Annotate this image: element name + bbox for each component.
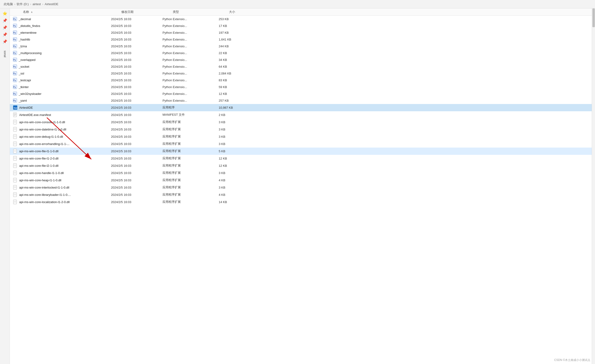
table-row[interactable]: Py _testcapi 2024/2/5 16:03 Python Exten… — [10, 77, 592, 84]
svg-rect-49 — [13, 149, 17, 153]
table-row[interactable]: Py _ssl 2024/2/5 16:03 Python Extensio..… — [10, 70, 592, 77]
table-row[interactable]: Py _decimal 2024/2/5 16:03 Python Extens… — [10, 16, 592, 22]
col-size-header[interactable]: 大小 — [229, 10, 271, 14]
scrollbar[interactable] — [592, 8, 595, 364]
file-size: 4 KB — [219, 178, 261, 182]
table-row[interactable]: Py _elementtree 2024/2/5 16:03 Python Ex… — [10, 29, 592, 36]
table-row[interactable]: Py _lzma 2024/2/5 16:03 Python Extensio.… — [10, 43, 592, 50]
file-size: 257 KB — [219, 99, 261, 102]
table-row[interactable]: api-ms-win-core-debug-l1-1-0.dll 2024/2/… — [10, 133, 592, 140]
pyd-icon: Py — [13, 37, 17, 42]
file-date: 2024/2/5 16:03 — [111, 17, 163, 21]
table-row[interactable]: Py _hashlib 2024/2/5 16:03 Python Extens… — [10, 36, 592, 43]
table-row[interactable]: Py _socket 2024/2/5 16:03 Python Extensi… — [10, 63, 592, 70]
table-row[interactable]: AirtestIDE.exe.manifest 2024/2/5 16:03 M… — [10, 111, 592, 119]
table-row[interactable]: Py _tkinter 2024/2/5 16:03 Python Extens… — [10, 84, 592, 90]
table-row[interactable]: Py _win32sysloader 2024/2/5 16:03 Python… — [10, 90, 592, 97]
svg-text:Py: Py — [13, 93, 16, 95]
breadcrumb-part-airtest[interactable]: airtest — [33, 2, 41, 6]
file-date: 2024/2/5 16:03 — [111, 157, 163, 160]
pin-icon-4[interactable]: 📌 — [2, 32, 7, 37]
table-row[interactable]: api-ms-win-core-file-l1-1-0.dll 2024/2/5… — [10, 148, 592, 155]
file-name: api-ms-win-core-console-l1-1-0.dll — [19, 120, 65, 124]
table-row[interactable]: api-ms-win-core-file-l2-1-0.dll 2024/2/5… — [10, 162, 592, 169]
table-row[interactable]: api-ms-win-core-handle-l1-1-0.dll 2024/2… — [10, 169, 592, 177]
file-name-cell: Py _ssl — [13, 71, 111, 76]
col-date-header[interactable]: 修改日期 — [121, 10, 173, 14]
breadcrumb-part-d[interactable]: 软件 (D:) — [17, 2, 28, 6]
file-name: _ssl — [19, 72, 24, 75]
table-row[interactable]: App AirtestIDE 2024/2/5 16:03 应用程序 10,98… — [10, 104, 592, 111]
pyd-icon: Py — [13, 91, 17, 96]
file-name: _yaml — [19, 99, 27, 102]
table-row[interactable]: api-ms-win-core-file-l1-2-0.dll 2024/2/5… — [10, 155, 592, 162]
file-size: 244 KB — [219, 44, 261, 48]
file-name: _testcapi — [19, 79, 31, 82]
table-row[interactable]: Py _multiprocessing 2024/2/5 16:03 Pytho… — [10, 50, 592, 57]
table-row[interactable]: api-ms-win-core-localization-l1-2-0.dll … — [10, 198, 592, 206]
file-date: 2024/2/5 16:03 — [111, 135, 163, 138]
file-size: 22 KB — [219, 51, 261, 55]
table-row[interactable]: Py _yaml 2024/2/5 16:03 Python Extensio.… — [10, 97, 592, 104]
pyd-icon: Py — [13, 23, 17, 28]
file-size: 17 KB — [219, 24, 261, 28]
pin-icon-2[interactable]: 📌 — [2, 18, 7, 23]
table-row[interactable]: Py _distutils_findvs 2024/2/5 16:03 Pyth… — [10, 22, 592, 29]
file-name-cell: api-ms-win-core-libraryloader-l1-1-0.... — [13, 192, 111, 197]
table-row[interactable]: api-ms-win-core-errorhandling-l1-1-... 2… — [10, 140, 592, 148]
pyd-icon: Py — [13, 98, 17, 103]
dll-icon — [13, 141, 18, 146]
file-type: Python Extensio... — [163, 24, 219, 28]
breadcrumb-part-airtestide[interactable]: AirtestIDE — [45, 2, 58, 6]
file-date: 2024/2/5 16:03 — [111, 38, 163, 41]
table-row[interactable]: api-ms-win-core-heap-l1-1-0.dll 2024/2/5… — [10, 177, 592, 184]
table-row[interactable]: api-ms-win-core-interlocked-l1-1-0.dll 2… — [10, 184, 592, 191]
file-name-cell: Py _testcapi — [13, 78, 111, 82]
file-name-cell: api-ms-win-core-debug-l1-1-0.dll — [13, 134, 111, 139]
file-name-cell: Py _elementtree — [13, 30, 111, 35]
col-type-header[interactable]: 类型 — [173, 10, 229, 14]
pin-icon-3[interactable]: 📌 — [2, 25, 7, 30]
table-row[interactable]: api-ms-win-core-datetime-l1-1-0.dll 2024… — [10, 126, 592, 133]
file-name-cell: api-ms-win-core-handle-l1-1-0.dll — [13, 170, 111, 175]
svg-text:Py: Py — [13, 52, 16, 54]
file-size: 34 KB — [219, 58, 261, 62]
file-name: api-ms-win-core-heap-l1-1-0.dll — [19, 178, 61, 182]
file-type: MANIFEST 文件 — [163, 113, 219, 117]
file-size: 3 KB — [219, 142, 261, 146]
pyd-icon: Py — [13, 85, 17, 89]
file-date: 2024/2/5 16:03 — [111, 164, 163, 167]
col-name-header[interactable]: 名称 ∧ — [23, 10, 121, 14]
file-date: 2024/2/5 16:03 — [111, 31, 163, 35]
file-size: 4 KB — [219, 193, 261, 197]
svg-rect-53 — [13, 156, 17, 160]
file-list[interactable]: Py _decimal 2024/2/5 16:03 Python Extens… — [10, 16, 592, 364]
file-type: 应用程序 — [163, 105, 219, 110]
pin-icon-5[interactable]: 📌 — [2, 39, 7, 44]
dll-icon — [13, 127, 18, 132]
pin-icon-1[interactable]: ⭐ — [2, 11, 7, 16]
file-type: Python Extensio... — [163, 99, 219, 102]
file-type: 应用程序扩展 — [163, 200, 219, 204]
table-row[interactable]: Py _overlapped 2024/2/5 16:03 Python Ext… — [10, 57, 592, 63]
table-row[interactable]: api-ms-win-core-console-l1-1-0.dll 2024/… — [10, 119, 592, 126]
svg-rect-33 — [13, 120, 17, 124]
content-area: 名称 ∧ 修改日期 类型 大小 Py _decimal 2024/2/5 16:… — [10, 8, 592, 364]
file-size: 197 KB — [219, 31, 261, 35]
breadcrumb-part-pc[interactable]: 此电脑 — [4, 2, 13, 6]
file-type: 应用程序扩展 — [163, 164, 219, 168]
scrollbar-thumb[interactable] — [592, 8, 595, 27]
file-date: 2024/2/5 16:03 — [111, 51, 163, 55]
dll-icon — [13, 192, 18, 197]
table-row[interactable]: api-ms-win-core-libraryloader-l1-1-0....… — [10, 191, 592, 198]
svg-rect-65 — [13, 178, 17, 182]
file-name: AirtestIDE.exe.manifest — [19, 113, 51, 117]
svg-text:Py: Py — [13, 100, 16, 102]
svg-rect-73 — [13, 193, 17, 197]
svg-text:App: App — [14, 107, 17, 109]
file-name: api-ms-win-core-localization-l1-2-0.dll — [19, 200, 70, 204]
pyd-icon: Py — [13, 78, 17, 82]
file-size: 83 KB — [219, 79, 261, 82]
file-name: _lzma — [19, 44, 27, 48]
manifest-icon — [13, 112, 18, 117]
